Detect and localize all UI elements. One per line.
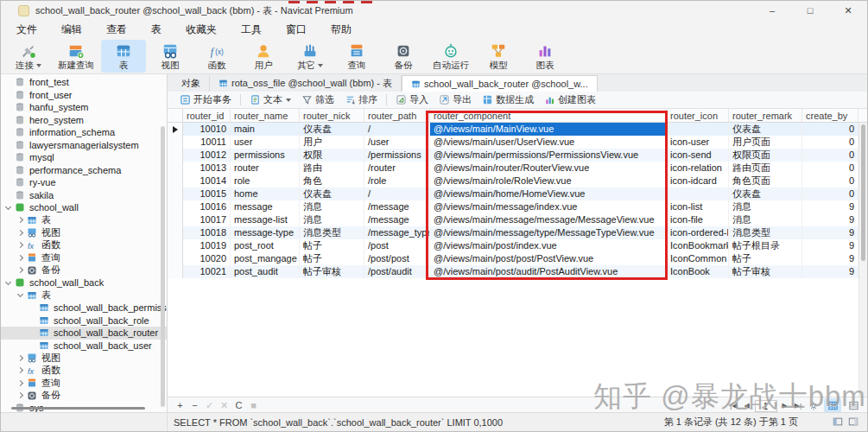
add-record-button[interactable]: + [173, 400, 187, 411]
cell-router_icon[interactable]: icon-list [667, 200, 729, 213]
tree-item-mysql[interactable]: mysql [1, 151, 167, 164]
cell-router_icon[interactable]: IconCommon [667, 252, 729, 265]
row-gutter[interactable] [168, 136, 183, 149]
refresh-button[interactable]: C [231, 400, 246, 411]
cell-router_icon[interactable]: icon-user [667, 136, 729, 149]
grid-view-button[interactable] [824, 398, 841, 413]
menu-item[interactable]: 窗口 [277, 21, 315, 39]
prev-page-button[interactable]: ◀ [742, 402, 751, 410]
cell-router_name[interactable]: post_mangage [231, 252, 300, 265]
cell-router_name[interactable]: post_root [231, 239, 300, 252]
cell-create_by[interactable]: 0 [802, 175, 858, 187]
table-toolbar-import-button[interactable]: 导入 [390, 92, 434, 108]
cell-router_icon[interactable] [667, 187, 729, 200]
cell-create_by[interactable]: 0 [802, 136, 858, 149]
cell-router_nick[interactable]: 权限 [300, 149, 364, 162]
tree-item-front_user[interactable]: front_user [1, 89, 167, 102]
cell-router_remark[interactable]: 仪表盘 [729, 187, 802, 200]
stop-button[interactable]: ■ [246, 400, 261, 411]
cell-router_name[interactable]: permissions [231, 149, 300, 162]
cell-router_path[interactable]: /role [364, 175, 430, 187]
cell-router_remark[interactable]: 仪表盘 [729, 123, 802, 136]
menu-item[interactable]: 表 [143, 21, 170, 39]
tree-item-函数[interactable]: fx函数 [1, 239, 167, 252]
tree-item-备份[interactable]: 备份 [1, 264, 167, 277]
maximize-button[interactable]: □ [791, 1, 829, 20]
column-header-create_by[interactable]: create_by [802, 109, 858, 122]
tree-item-备份[interactable]: 备份 [1, 390, 167, 403]
apply-changes-button[interactable]: ✓ [202, 400, 217, 411]
cell-create_by[interactable]: 0 [802, 123, 858, 136]
cell-router_component[interactable]: @/views/main/message/message/MessageView… [430, 213, 667, 226]
toolbar-button-connect[interactable]: 连接 [6, 40, 51, 73]
cell-router_name[interactable]: message [231, 200, 300, 213]
tree-item-information_schema[interactable]: information_schema [1, 126, 167, 139]
cell-router_component[interactable]: @/views/main/home/HomeView.vue [430, 187, 667, 200]
cell-router_name[interactable]: post_audit [231, 265, 300, 278]
table-toolbar-data-generate-button[interactable]: 数据生成 [477, 92, 539, 108]
tree-item-hero_system[interactable]: hero_system [1, 114, 167, 127]
cell-router_remark[interactable]: 帖子 [729, 252, 802, 265]
column-header-router_name[interactable]: router_name [231, 109, 300, 122]
toolbar-button-new-query[interactable]: 新建查询 [53, 40, 99, 73]
cell-router_name[interactable]: message-list [231, 213, 300, 226]
right-panel-toggle-icon[interactable] [848, 416, 858, 429]
toolbar-button-automation[interactable]: 自动运行 [428, 40, 474, 73]
tab[interactable]: rota_oss_file @school_wall (bbm) - 表 [210, 75, 402, 92]
tree-item-school_wall_back_permissions[interactable]: school_wall_back_permissions [1, 302, 167, 314]
cell-router_remark[interactable]: 消息 [729, 200, 802, 213]
cell-router_path[interactable]: /router [364, 162, 430, 175]
cell-router_remark[interactable]: 角色页面 [729, 175, 802, 187]
last-page-button[interactable]: ▶| [793, 402, 803, 410]
chevron-right-icon[interactable] [17, 230, 23, 236]
tab[interactable]: school_wall_back_router @school_w... [402, 75, 598, 92]
cell-router_id[interactable]: 10015 [183, 187, 231, 200]
cell-router_nick[interactable]: 路由 [300, 162, 364, 175]
row-gutter[interactable] [168, 149, 183, 162]
cell-router_icon[interactable]: icon-relation [667, 162, 729, 175]
tree-item-ry-vue[interactable]: ry-vue [1, 176, 167, 189]
cell-router_component[interactable]: @/views/main/role/RoleView.vue [430, 175, 667, 187]
cell-create_by[interactable]: 9 [802, 252, 858, 265]
first-page-button[interactable]: |◀ [728, 402, 738, 410]
table-toolbar-sort-button[interactable]: 排序 [339, 92, 383, 108]
cell-router_path[interactable]: /post/post [364, 252, 430, 265]
cell-create_by[interactable]: 9 [802, 200, 858, 213]
delete-record-button[interactable]: − [187, 400, 202, 411]
cell-router_path[interactable]: / [364, 123, 430, 136]
row-gutter[interactable] [168, 213, 183, 226]
menu-item[interactable]: 查看 [98, 21, 136, 39]
cell-router_id[interactable]: 10013 [183, 162, 231, 175]
row-gutter[interactable] [168, 187, 183, 200]
toolbar-button-user[interactable]: 用户 [241, 40, 286, 73]
left-panel-toggle-icon[interactable] [833, 416, 843, 429]
toolbar-button-query[interactable]: 查询 [334, 40, 379, 73]
chevron-right-icon[interactable] [17, 242, 23, 248]
row-gutter[interactable] [168, 226, 183, 239]
chevron-right-icon[interactable] [17, 380, 23, 386]
cell-router_component[interactable]: @/views/main/post/audit/PostAuditView.vu… [430, 265, 667, 278]
tree-item-sakila[interactable]: sakila [1, 189, 167, 202]
cell-router_icon[interactable]: icon-idcard [667, 175, 729, 187]
grid-vertical-scrollbar[interactable] [858, 123, 867, 397]
cell-router_nick[interactable]: 消息 [300, 213, 364, 226]
cell-create_by[interactable]: 9 [802, 265, 858, 278]
scrollbar-thumb[interactable] [861, 124, 865, 261]
table-toolbar-new-chart-button[interactable]: 创建图表 [539, 92, 601, 108]
cell-router_icon[interactable]: icon-send [667, 149, 729, 162]
cell-router_component[interactable]: @/views/main/user/UserView.vue [430, 136, 667, 149]
cell-router_component[interactable]: @/views/main/MainView.vue [430, 123, 667, 136]
cell-router_nick[interactable]: 消息 [300, 200, 364, 213]
next-page-button[interactable]: ▶ [781, 402, 789, 410]
cell-router_name[interactable]: home [231, 187, 300, 200]
cell-router_component[interactable]: @/views/main/message/index.vue [430, 200, 667, 213]
form-view-button[interactable] [845, 398, 862, 413]
column-header-router_component[interactable]: router_component [430, 109, 667, 122]
toolbar-button-others[interactable]: 其它 [288, 40, 333, 73]
settings-gear-icon[interactable] [807, 401, 820, 411]
chevron-down-icon[interactable] [5, 279, 11, 285]
cell-router_component[interactable]: @/views/main/permissions/PermissionsView… [430, 149, 667, 162]
cell-router_remark[interactable]: 消息类型 [729, 226, 802, 239]
cell-router_nick[interactable]: 消息类型 [300, 226, 364, 239]
row-gutter[interactable] [168, 162, 183, 175]
